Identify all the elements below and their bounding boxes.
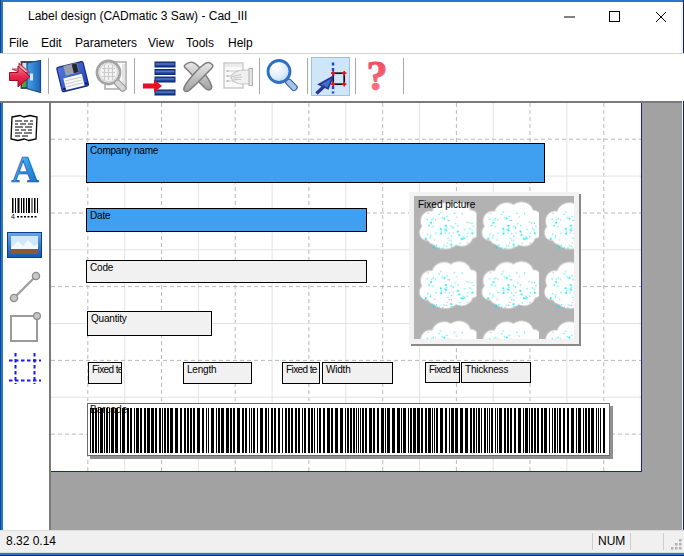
svg-text:?: ? (367, 58, 388, 96)
svg-text:Barcode: Barcode (90, 404, 128, 415)
svg-text:4: 4 (11, 213, 15, 220)
svg-text:A: A (11, 151, 39, 186)
svg-text:Fixed picture: Fixed picture (418, 199, 476, 210)
